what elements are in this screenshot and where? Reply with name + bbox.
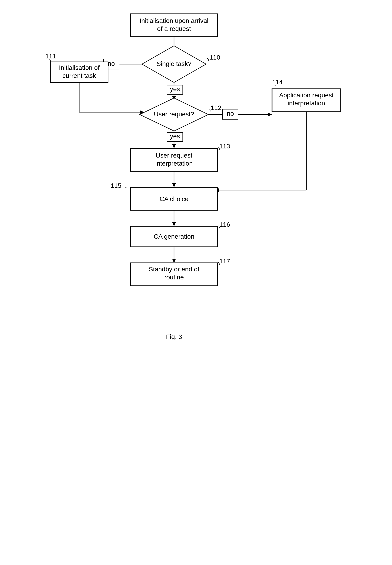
arrowhead-interp-to-ca-choice <box>172 183 176 187</box>
init-current-text-2: current task <box>63 72 96 79</box>
arrowhead-no-user <box>268 113 272 116</box>
init-current-text-1: Initialisation of <box>59 64 100 71</box>
app-request-text-1: Application request <box>279 92 334 99</box>
yes-user-label: yes <box>170 133 180 140</box>
ref-115-curve <box>126 187 127 190</box>
app-request-text-2: interpretation <box>288 100 325 107</box>
ref-110: 110 <box>210 54 220 61</box>
standby-text-1: Standby or end of <box>149 266 199 273</box>
init-request-text-2: of a request <box>157 25 191 32</box>
user-request-interp-text-1: User request <box>156 152 193 159</box>
ref-111: 111 <box>45 53 56 60</box>
ref-115: 115 <box>111 182 121 189</box>
ref-113: 113 <box>219 143 230 150</box>
yes-single-label: yes <box>170 85 180 93</box>
no-single-label: no <box>108 60 115 67</box>
ref-110-curve <box>207 58 208 61</box>
user-request-text: User request? <box>154 111 194 118</box>
user-request-interp-text-2: interpretation <box>155 160 193 167</box>
arrowhead-ca-choice-to-gen <box>172 222 176 226</box>
ref-117: 117 <box>219 258 230 265</box>
single-task-text: Single task? <box>157 60 192 67</box>
ref-112-curve <box>209 109 210 112</box>
ref-114: 114 <box>272 79 283 86</box>
ca-choice-text: CA choice <box>160 195 188 202</box>
no-user-label: no <box>227 110 234 117</box>
ref-116: 116 <box>219 221 230 228</box>
ref-112: 112 <box>211 104 221 111</box>
arrowhead-gen-to-standby <box>172 259 176 263</box>
standby-text-2: routine <box>164 274 184 281</box>
arrowhead-yes-user <box>172 144 176 148</box>
figure-caption: Fig. 3 <box>166 333 182 340</box>
diagram-container: Initialisation upon arrival of a request… <box>0 0 392 565</box>
ca-generation-text: CA generation <box>154 233 194 240</box>
init-request-text-1: Initialisation upon arrival <box>140 17 208 24</box>
